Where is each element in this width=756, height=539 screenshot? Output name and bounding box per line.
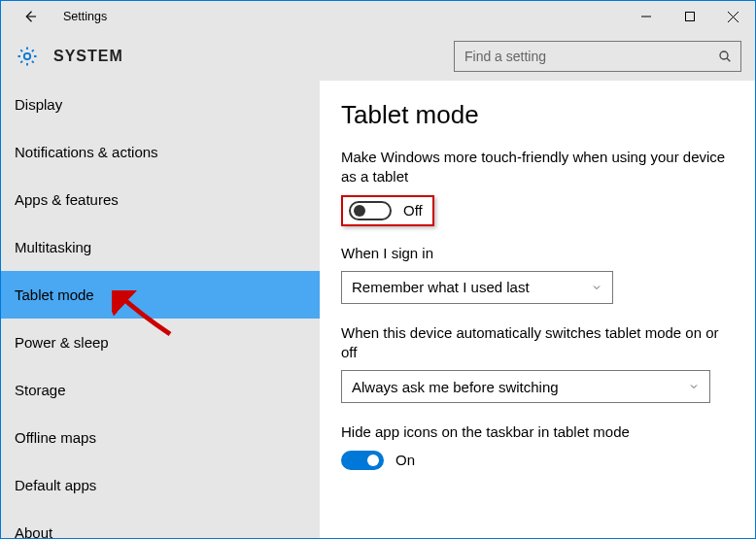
touch-friendly-state: Off — [403, 202, 423, 219]
minimize-icon — [641, 12, 651, 21]
close-button[interactable] — [711, 1, 755, 32]
sidebar-item-about[interactable]: About — [1, 509, 320, 538]
window-controls — [624, 1, 755, 32]
svg-rect-1 — [685, 13, 694, 21]
page-title: Tablet mode — [341, 100, 734, 130]
back-arrow-icon — [21, 8, 39, 25]
sidebar: Display Notifications & actions Apps & f… — [1, 81, 320, 538]
search-input[interactable] — [463, 48, 717, 65]
highlight-annotation: Off — [341, 195, 434, 226]
search-icon — [717, 49, 733, 64]
minimize-button[interactable] — [624, 1, 668, 32]
autoswitch-label: When this device automatically switches … — [341, 323, 734, 363]
close-icon — [728, 12, 739, 22]
sidebar-item-label: Apps & features — [15, 191, 119, 208]
header: SYSTEM — [1, 32, 755, 81]
signin-label: When I sign in — [341, 244, 734, 263]
body: Display Notifications & actions Apps & f… — [1, 81, 755, 538]
sidebar-item-label: Display — [15, 96, 62, 113]
maximize-button[interactable] — [668, 1, 711, 32]
sidebar-item-label: About — [15, 524, 52, 538]
sidebar-item-label: Tablet mode — [15, 286, 94, 303]
sidebar-item-notifications[interactable]: Notifications & actions — [1, 128, 320, 176]
sidebar-item-apps[interactable]: Apps & features — [1, 176, 320, 223]
content-pane: Tablet mode Make Windows more touch-frie… — [320, 81, 755, 538]
gear-icon — [15, 44, 40, 69]
signin-selected: Remember what I used last — [352, 279, 530, 295]
sidebar-item-label: Offline maps — [15, 429, 96, 446]
settings-window: Settings SYSTEM Disp — [0, 0, 756, 539]
sidebar-item-label: Multitasking — [15, 239, 91, 255]
sidebar-item-label: Notifications & actions — [15, 144, 158, 160]
touch-friendly-toggle[interactable] — [349, 201, 392, 220]
autoswitch-dropdown[interactable]: Always ask me before switching — [341, 370, 710, 403]
chevron-down-icon — [688, 381, 700, 392]
window-title: Settings — [63, 10, 107, 23]
hideicons-state: On — [395, 452, 415, 468]
hideicons-toggle[interactable] — [341, 451, 384, 470]
category-title: SYSTEM — [53, 48, 123, 65]
maximize-icon — [685, 12, 695, 21]
sidebar-item-label: Power & sleep — [15, 334, 109, 351]
sidebar-item-tablet-mode[interactable]: Tablet mode — [1, 271, 320, 319]
sidebar-item-default-apps[interactable]: Default apps — [1, 461, 320, 509]
touch-friendly-label: Make Windows more touch-friendly when us… — [341, 148, 734, 187]
sidebar-item-storage[interactable]: Storage — [1, 366, 320, 414]
autoswitch-selected: Always ask me before switching — [352, 379, 559, 395]
svg-line-6 — [727, 58, 730, 61]
sidebar-item-label: Default apps — [15, 477, 96, 493]
search-box[interactable] — [454, 41, 741, 72]
sidebar-item-offline-maps[interactable]: Offline maps — [1, 414, 320, 461]
sidebar-item-display[interactable]: Display — [1, 81, 320, 128]
back-button[interactable] — [15, 1, 46, 32]
sidebar-item-multitasking[interactable]: Multitasking — [1, 223, 320, 271]
signin-dropdown[interactable]: Remember what I used last — [341, 271, 613, 304]
sidebar-item-power[interactable]: Power & sleep — [1, 319, 320, 366]
sidebar-item-label: Storage — [15, 382, 66, 398]
hideicons-label: Hide app icons on the taskbar in tablet … — [341, 422, 734, 442]
titlebar: Settings — [1, 1, 755, 32]
svg-point-4 — [24, 53, 30, 59]
chevron-down-icon — [591, 282, 602, 293]
svg-point-5 — [720, 51, 728, 59]
